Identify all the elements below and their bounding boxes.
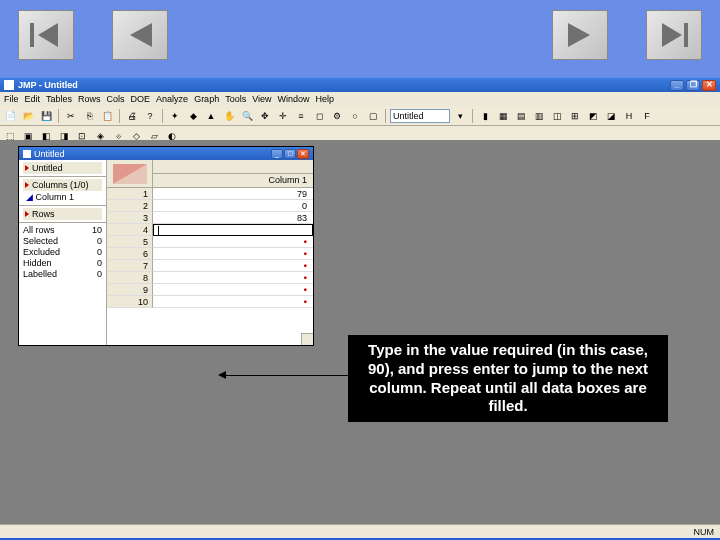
row-header[interactable]: 8 bbox=[107, 272, 153, 284]
row-header[interactable]: 6 bbox=[107, 248, 153, 260]
menu-analyze[interactable]: Analyze bbox=[156, 94, 188, 104]
row-header[interactable]: 5 bbox=[107, 236, 153, 248]
menu-doe[interactable]: DOE bbox=[131, 94, 151, 104]
restore-button[interactable]: ❐ bbox=[686, 80, 700, 91]
tb-chart-icon[interactable]: ▤ bbox=[513, 108, 529, 124]
svg-rect-5 bbox=[684, 23, 688, 47]
tb-chart-icon[interactable]: H bbox=[621, 108, 637, 124]
tb-print-icon[interactable]: 🖨 bbox=[124, 108, 140, 124]
workspace: Untitled _ □ ✕ Untitled bbox=[0, 140, 720, 524]
tb-chart-icon[interactable]: ▮ bbox=[477, 108, 493, 124]
data-cell[interactable]: • bbox=[153, 260, 313, 272]
row-header[interactable]: 1 bbox=[107, 188, 153, 200]
menu-window[interactable]: Window bbox=[278, 94, 310, 104]
tb-dropdown-icon[interactable]: ▾ bbox=[452, 108, 468, 124]
svg-marker-4 bbox=[662, 23, 682, 47]
nav-prev-button[interactable] bbox=[112, 10, 168, 60]
tb-tool-icon[interactable]: ✦ bbox=[167, 108, 183, 124]
panel-untitled-header[interactable]: Untitled bbox=[23, 162, 102, 174]
stat-label: Labelled bbox=[23, 269, 57, 280]
row-header[interactable]: 3 bbox=[107, 212, 153, 224]
tb-tool-icon[interactable]: ○ bbox=[347, 108, 363, 124]
nav-last-button[interactable] bbox=[646, 10, 702, 60]
tb-hand-icon[interactable]: ✋ bbox=[221, 108, 237, 124]
data-grid: Column 1 1792038345•6•7•8•9•10• bbox=[107, 160, 313, 345]
panel-untitled-label: Untitled bbox=[32, 163, 63, 173]
col-header-top[interactable] bbox=[153, 160, 313, 174]
tb-tool-icon[interactable]: ◆ bbox=[185, 108, 201, 124]
dw-close-button[interactable]: ✕ bbox=[297, 149, 309, 159]
data-cell[interactable]: • bbox=[153, 296, 313, 308]
table-row: 20 bbox=[107, 200, 313, 212]
tb-chart-icon[interactable]: ◫ bbox=[549, 108, 565, 124]
menu-tools[interactable]: Tools bbox=[225, 94, 246, 104]
dw-minimize-button[interactable]: _ bbox=[271, 149, 283, 159]
row-header[interactable]: 4 bbox=[107, 224, 153, 236]
tb-tool-icon[interactable]: ≡ bbox=[293, 108, 309, 124]
data-cell[interactable]: 79 bbox=[153, 188, 313, 200]
menu-tables[interactable]: Tables bbox=[46, 94, 72, 104]
menu-edit[interactable]: Edit bbox=[25, 94, 41, 104]
col-header[interactable]: Column 1 bbox=[153, 174, 313, 187]
scroll-corner bbox=[301, 333, 313, 345]
disclosure-icon bbox=[25, 182, 29, 188]
data-cell[interactable]: • bbox=[153, 284, 313, 296]
menu-graph[interactable]: Graph bbox=[194, 94, 219, 104]
menu-file[interactable]: File bbox=[4, 94, 19, 104]
nav-first-button[interactable] bbox=[18, 10, 74, 60]
panel-rows-header[interactable]: Rows bbox=[23, 208, 102, 220]
row-header[interactable]: 9 bbox=[107, 284, 153, 296]
close-button[interactable]: ✕ bbox=[702, 80, 716, 91]
tb-sep bbox=[472, 109, 473, 123]
tb-sep bbox=[162, 109, 163, 123]
menu-rows[interactable]: Rows bbox=[78, 94, 101, 104]
tb-sep bbox=[385, 109, 386, 123]
row-header[interactable]: 7 bbox=[107, 260, 153, 272]
titlebar: JMP - Untitled _ ❐ ✕ bbox=[0, 78, 720, 92]
tb-tool-icon[interactable]: ✛ bbox=[275, 108, 291, 124]
tb-tool-icon[interactable]: ▢ bbox=[365, 108, 381, 124]
tb-gear-icon[interactable]: ⚙ bbox=[329, 108, 345, 124]
tb-new-icon[interactable]: 📄 bbox=[2, 108, 18, 124]
data-cell[interactable]: 0 bbox=[153, 200, 313, 212]
data-cell[interactable]: • bbox=[153, 236, 313, 248]
app-icon bbox=[4, 80, 14, 90]
tb-chart-icon[interactable]: ◩ bbox=[585, 108, 601, 124]
menu-cols[interactable]: Cols bbox=[107, 94, 125, 104]
tb-chart-icon[interactable]: ◪ bbox=[603, 108, 619, 124]
toolbar-1: 📄 📂 💾 ✂ ⎘ 📋 🖨 ? ✦ ◆ ▲ ✋ 🔍 ✥ ✛ ≡ ◻ ⚙ ○ ▢ … bbox=[0, 106, 720, 126]
tb-help-icon[interactable]: ? bbox=[142, 108, 158, 124]
tb-save-icon[interactable]: 💾 bbox=[38, 108, 54, 124]
tb-tool-icon[interactable]: ▲ bbox=[203, 108, 219, 124]
tb-chart-icon[interactable]: F bbox=[639, 108, 655, 124]
tb-paste-icon[interactable]: 📋 bbox=[99, 108, 115, 124]
tb-zoom-icon[interactable]: 🔍 bbox=[239, 108, 255, 124]
toolbar-name-input[interactable] bbox=[390, 109, 450, 123]
panel-columns-header[interactable]: Columns (1/0) bbox=[23, 179, 102, 191]
menu-view[interactable]: View bbox=[252, 94, 271, 104]
grid-corner[interactable] bbox=[107, 160, 153, 188]
data-table-window: Untitled _ □ ✕ Untitled bbox=[18, 146, 314, 346]
tb-tool-icon[interactable]: ◻ bbox=[311, 108, 327, 124]
app-title: JMP - Untitled bbox=[18, 80, 78, 90]
column-1-item[interactable]: Column 1 bbox=[36, 192, 75, 202]
tb-tool-icon[interactable]: ✥ bbox=[257, 108, 273, 124]
menu-help[interactable]: Help bbox=[316, 94, 335, 104]
tb-cut-icon[interactable]: ✂ bbox=[63, 108, 79, 124]
stat-value: 10 bbox=[92, 225, 102, 236]
data-cell[interactable] bbox=[153, 224, 313, 236]
nav-next-button[interactable] bbox=[552, 10, 608, 60]
data-cell[interactable]: • bbox=[153, 248, 313, 260]
statusbar: NUM bbox=[0, 524, 720, 538]
tb-chart-icon[interactable]: ⊞ bbox=[567, 108, 583, 124]
dw-maximize-button[interactable]: □ bbox=[284, 149, 296, 159]
tb-open-icon[interactable]: 📂 bbox=[20, 108, 36, 124]
tb-chart-icon[interactable]: ▥ bbox=[531, 108, 547, 124]
minimize-button[interactable]: _ bbox=[670, 80, 684, 91]
data-cell[interactable]: 83 bbox=[153, 212, 313, 224]
row-header[interactable]: 10 bbox=[107, 296, 153, 308]
tb-copy-icon[interactable]: ⎘ bbox=[81, 108, 97, 124]
data-cell[interactable]: • bbox=[153, 272, 313, 284]
tb-chart-icon[interactable]: ▦ bbox=[495, 108, 511, 124]
row-header[interactable]: 2 bbox=[107, 200, 153, 212]
